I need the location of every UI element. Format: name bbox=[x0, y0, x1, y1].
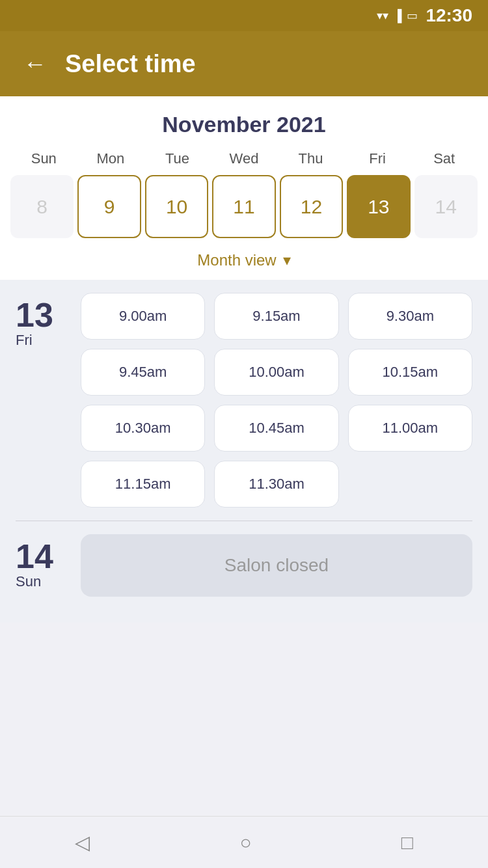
signal-icon: ▐ bbox=[394, 9, 402, 23]
day-header-mon: Mon bbox=[77, 150, 144, 167]
calendar-section: November 2021 Sun Mon Tue Wed Thu Fri Sa… bbox=[0, 96, 488, 280]
day-block-13: 13 Fri 9.00am 9.15am 9.30am 9.45am 10.00… bbox=[16, 293, 472, 508]
recent-nav-button[interactable]: □ bbox=[401, 832, 413, 854]
home-nav-button[interactable]: ○ bbox=[239, 832, 251, 854]
chevron-down-icon: ▾ bbox=[283, 251, 291, 269]
month-view-toggle[interactable]: Month view ▾ bbox=[10, 238, 478, 280]
day-header-thu: Thu bbox=[277, 150, 344, 167]
day-block-14: 14 Sun Salon closed bbox=[16, 534, 472, 597]
time-slot-945am[interactable]: 9.45am bbox=[81, 349, 205, 396]
date-cell-14[interactable]: 14 bbox=[414, 175, 478, 238]
month-year-title: November 2021 bbox=[10, 112, 478, 137]
date-cell-11[interactable]: 11 bbox=[212, 175, 275, 238]
status-bar: ▾▾ ▐ ▭ 12:30 bbox=[0, 0, 488, 31]
time-slot-1100am[interactable]: 11.00am bbox=[348, 405, 472, 452]
back-button[interactable]: ← bbox=[23, 50, 47, 77]
header: ← Select time bbox=[0, 31, 488, 96]
day-header-sat: Sat bbox=[411, 150, 478, 167]
date-cell-12[interactable]: 12 bbox=[280, 175, 343, 238]
time-slot-1045am[interactable]: 10.45am bbox=[214, 405, 338, 452]
status-time: 12:30 bbox=[426, 5, 472, 26]
time-slot-1115am[interactable]: 11.15am bbox=[81, 461, 205, 508]
time-slot-915am[interactable]: 9.15am bbox=[214, 293, 338, 340]
day-number-13: 13 bbox=[16, 298, 53, 332]
day-name-14: Sun bbox=[16, 573, 41, 590]
time-slot-1030am[interactable]: 10.30am bbox=[81, 405, 205, 452]
battery-icon: ▭ bbox=[407, 8, 418, 23]
time-slot-930am[interactable]: 9.30am bbox=[348, 293, 472, 340]
time-slot-1000am[interactable]: 10.00am bbox=[214, 349, 338, 396]
day-number-14: 14 bbox=[16, 539, 53, 573]
back-nav-button[interactable]: ◁ bbox=[75, 831, 90, 854]
page-title: Select time bbox=[65, 50, 196, 78]
day-header-wed: Wed bbox=[211, 150, 278, 167]
day-name-13: Fri bbox=[16, 332, 33, 349]
divider bbox=[16, 521, 472, 521]
status-icons: ▾▾ ▐ ▭ bbox=[377, 8, 418, 23]
time-slot-1015am[interactable]: 10.15am bbox=[348, 349, 472, 396]
date-cell-9[interactable]: 9 bbox=[77, 175, 141, 238]
day-headers: Sun Mon Tue Wed Thu Fri Sat bbox=[10, 150, 478, 167]
bottom-nav: ◁ ○ □ bbox=[0, 816, 488, 868]
time-slot-900am[interactable]: 9.00am bbox=[81, 293, 205, 340]
date-cell-13[interactable]: 13 bbox=[347, 175, 410, 238]
time-section: 13 Fri 9.00am 9.15am 9.30am 9.45am 10.00… bbox=[0, 280, 488, 623]
date-cell-10[interactable]: 10 bbox=[145, 175, 208, 238]
date-cell-8[interactable]: 8 bbox=[10, 175, 74, 238]
month-view-label: Month view bbox=[197, 251, 276, 269]
day-header-fri: Fri bbox=[344, 150, 411, 167]
day-header-sun: Sun bbox=[10, 150, 77, 167]
time-slot-1130am[interactable]: 11.30am bbox=[214, 461, 338, 508]
time-slots-grid-13: 9.00am 9.15am 9.30am 9.45am 10.00am 10.1… bbox=[81, 293, 472, 508]
date-row: 8 9 10 11 12 13 14 bbox=[10, 175, 478, 238]
salon-closed-label: Salon closed bbox=[81, 534, 472, 597]
day-label-14: 14 Sun bbox=[16, 534, 68, 590]
day-header-tue: Tue bbox=[144, 150, 211, 167]
day-label-13: 13 Fri bbox=[16, 293, 68, 349]
wifi-icon: ▾▾ bbox=[377, 8, 388, 23]
